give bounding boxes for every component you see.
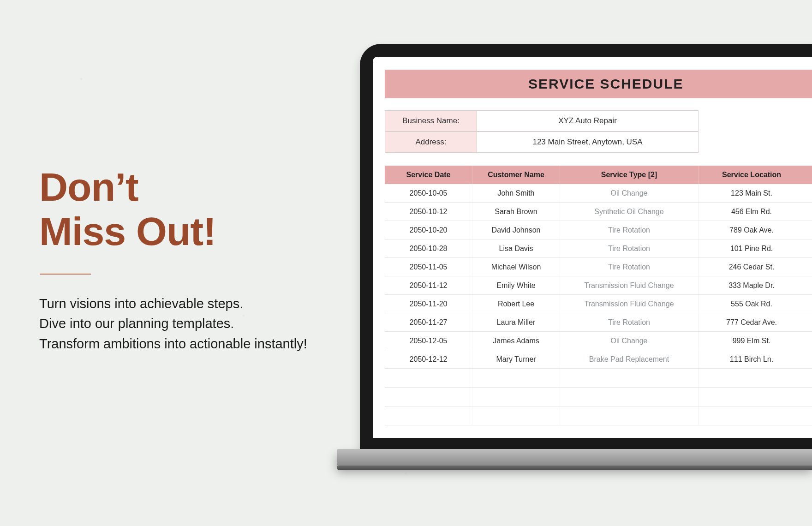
info-value: XYZ Auto Repair [477,110,699,132]
table-header-row: Service Date Customer Name Service Type … [385,166,812,184]
cell-service-location: 999 Elm St. [699,332,805,350]
cell-service-date: 2050-12-12 [385,350,472,368]
cell-service-type: Brake Pad Replacement [560,350,699,368]
business-info-block: Business Name: XYZ Auto Repair Address: … [385,110,812,153]
table-body: 2050-10-05John SmithOil Change123 Main S… [385,184,812,425]
col-service-type: Service Type [2] [560,166,699,184]
cell-service-location: 333 Maple Dr. [699,276,805,294]
laptop-screen: SERVICE SCHEDULE Business Name: XYZ Auto… [373,57,812,438]
cell-service-location: 789 Oak Ave. [699,221,805,239]
table-row: 2050-11-27Laura MillerTire Rotation777 C… [385,313,812,332]
cell-service-type: Tire Rotation [560,221,699,239]
empty-cell [699,388,805,406]
cell-customer-name: Sarah Brown [472,203,560,221]
cell-service-location: 777 Cedar Ave. [699,313,805,331]
cell-service-date: 2050-11-12 [385,276,472,294]
empty-cell [560,406,699,425]
document-title-bar: SERVICE SCHEDULE [385,70,812,98]
spreadsheet-document: SERVICE SCHEDULE Business Name: XYZ Auto… [373,57,812,438]
cell-service-date: 2050-10-05 [385,184,472,202]
body-copy: Turn visions into achievable steps. Dive… [39,294,381,354]
empty-cell [560,388,699,406]
body-line-3: Transform ambitions into actionable inst… [39,334,381,354]
table-row-empty [385,369,812,388]
laptop-base [337,449,812,466]
headline: Don’t Miss Out! [39,166,381,252]
info-label: Business Name: [385,110,477,132]
empty-cell [472,369,560,387]
body-line-2: Dive into our planning templates. [39,314,381,334]
cell-customer-name: James Adams [472,332,560,350]
table-row: 2050-10-12Sarah BrownSynthetic Oil Chang… [385,203,812,221]
document-title: SERVICE SCHEDULE [528,76,684,92]
table-row: 2050-10-20David JohnsonTire Rotation789 … [385,221,812,239]
cell-customer-name: Robert Lee [472,295,560,313]
cell-service-type: Oil Change [560,332,699,350]
headline-line-2: Miss Out! [39,210,381,252]
empty-cell [472,388,560,406]
table-row: 2050-11-20Robert LeeTransmission Fluid C… [385,295,812,313]
table-row: 2050-11-05Michael WilsonTire Rotation246… [385,258,812,276]
table-row-empty [385,406,812,425]
cell-service-type: Tire Rotation [560,239,699,257]
cell-service-type: Transmission Fluid Change [560,295,699,313]
cell-service-date: 2050-10-12 [385,203,472,221]
cell-service-type: Tire Rotation [560,313,699,331]
empty-cell [699,406,805,425]
cell-customer-name: Michael Wilson [472,258,560,276]
service-table: Service Date Customer Name Service Type … [385,166,812,425]
cell-service-date: 2050-11-20 [385,295,472,313]
cell-service-type: Oil Change [560,184,699,202]
cell-service-location: 123 Main St. [699,184,805,202]
cell-service-type: Tire Rotation [560,258,699,276]
empty-cell [385,369,472,387]
table-row: 2050-11-12Emily WhiteTransmission Fluid … [385,276,812,295]
table-row: 2050-10-28Lisa DavisTire Rotation101 Pin… [385,239,812,258]
empty-cell [385,388,472,406]
cell-service-date: 2050-11-27 [385,313,472,331]
cell-service-location: 555 Oak Rd. [699,295,805,313]
cell-customer-name: David Johnson [472,221,560,239]
cell-service-type: Synthetic Oil Change [560,203,699,221]
table-row: 2050-10-05John SmithOil Change123 Main S… [385,184,812,203]
info-label: Address: [385,132,477,153]
info-value: 123 Main Street, Anytown, USA [477,132,699,153]
empty-cell [472,406,560,425]
cell-customer-name: Emily White [472,276,560,294]
cell-service-date: 2050-10-20 [385,221,472,239]
info-row: Business Name: XYZ Auto Repair [385,110,812,132]
cell-service-type: Transmission Fluid Change [560,276,699,294]
cell-service-location: 101 Pine Rd. [699,239,805,257]
table-row: 2050-12-05James AdamsOil Change999 Elm S… [385,332,812,350]
cell-service-date: 2050-11-05 [385,258,472,276]
table-row-empty [385,388,812,406]
cell-customer-name: Mary Turner [472,350,560,368]
headline-line-1: Don’t [39,166,381,208]
empty-cell [385,406,472,425]
cell-service-location: 246 Cedar St. [699,258,805,276]
cell-customer-name: John Smith [472,184,560,202]
col-service-date: Service Date [385,166,472,184]
cell-customer-name: Lisa Davis [472,239,560,257]
table-row: 2050-12-12Mary TurnerBrake Pad Replaceme… [385,350,812,369]
empty-cell [560,369,699,387]
cell-customer-name: Laura Miller [472,313,560,331]
laptop-mockup: SERVICE SCHEDULE Business Name: XYZ Auto… [351,44,812,478]
col-service-location: Service Location [699,166,805,184]
col-customer-name: Customer Name [472,166,560,184]
cell-service-location: 456 Elm Rd. [699,203,805,221]
cell-service-date: 2050-10-28 [385,239,472,257]
info-row: Address: 123 Main Street, Anytown, USA [385,132,812,153]
cell-service-date: 2050-12-05 [385,332,472,350]
headline-rule [40,274,91,275]
empty-cell [699,369,805,387]
promo-copy: Don’t Miss Out! Turn visions into achiev… [39,166,381,354]
body-line-1: Turn visions into achievable steps. [39,294,381,314]
cell-service-location: 111 Birch Ln. [699,350,805,368]
